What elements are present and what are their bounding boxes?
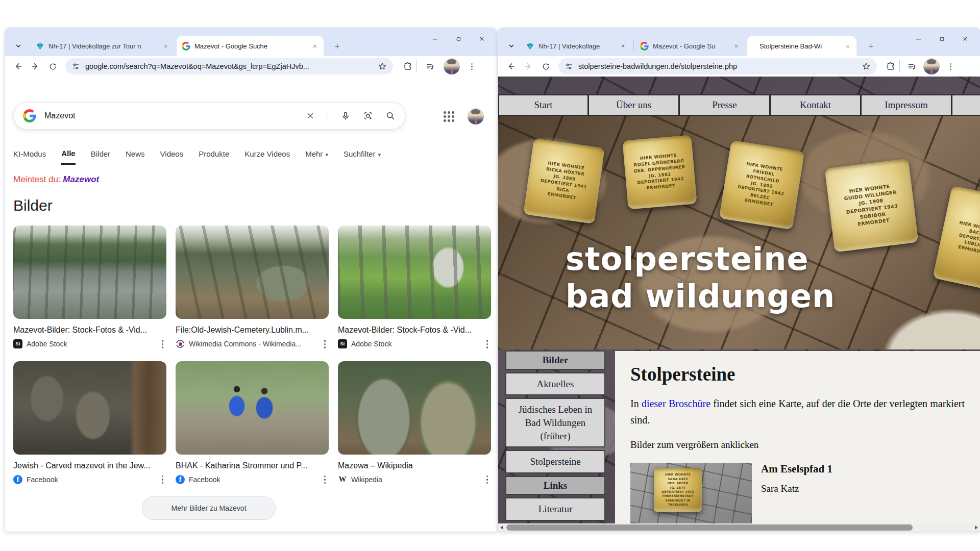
result-title[interactable]: Mazewa – Wikipedia	[338, 461, 487, 470]
minimize-button[interactable]	[423, 31, 447, 46]
image-result[interactable]: BHAK - Katharina Strommer und P... fFace…	[176, 361, 329, 485]
tab-suchfilter[interactable]: Suchfilter	[344, 149, 381, 164]
address-bar[interactable]: google.com/search?q=Mazevot&oq=Mazevot&g…	[65, 58, 393, 74]
result-menu-icon[interactable]	[483, 339, 492, 349]
google-apps-icon[interactable]	[444, 111, 454, 122]
bookmark-star-icon[interactable]	[378, 62, 387, 71]
more-images-button[interactable]: Mehr Bilder zu Mazevot	[142, 496, 276, 520]
result-source[interactable]: Facebook	[189, 475, 220, 484]
stolperstein-photo[interactable]: HIER WOHNTE SARA KATZ GEB. MEIER JG. 187…	[630, 463, 752, 523]
sidebar-item-links[interactable]: Links	[505, 476, 605, 495]
result-menu-icon[interactable]	[321, 474, 329, 485]
new-tab-button[interactable]	[864, 39, 878, 53]
minimize-button[interactable]	[906, 31, 930, 46]
image-result[interactable]: Jewish - Carved mazevot in the Jew... fF…	[13, 361, 166, 485]
google-profile-avatar[interactable]	[468, 108, 484, 124]
result-source[interactable]: Wikimedia Commons - Wikimedia...	[189, 340, 302, 348]
maximize-button[interactable]	[447, 31, 470, 46]
tab-search-button[interactable]	[504, 39, 519, 53]
media-controls-button[interactable]	[903, 58, 920, 75]
browser-menu-button[interactable]	[463, 58, 480, 75]
result-source[interactable]: Adobe Stock	[27, 340, 67, 348]
close-button[interactable]	[953, 31, 977, 46]
scroll-left-icon[interactable]	[500, 525, 503, 530]
browser-menu-button[interactable]	[942, 58, 959, 75]
nav-impressum[interactable]: Impressum	[861, 94, 951, 116]
tab-nh17[interactable]: Nh-17 | Videokollage	[521, 36, 632, 56]
tab-ki-modus[interactable]: KI-Modus	[13, 149, 46, 164]
sidebar-item-literatur[interactable]: Literatur	[505, 497, 605, 521]
tab-close-icon[interactable]	[161, 42, 169, 50]
address-bar[interactable]: stolpersteine-badwildungen.de/stolperste…	[558, 58, 877, 74]
result-thumbnail[interactable]	[338, 226, 491, 319]
result-menu-icon[interactable]	[159, 474, 167, 485]
nav-start[interactable]: Start	[498, 94, 588, 116]
tab-bilder[interactable]: Bilder	[91, 149, 110, 164]
tab-kurze-videos[interactable]: Kurze Videos	[244, 149, 290, 164]
site-settings-icon[interactable]	[71, 62, 80, 71]
image-result[interactable]: File:Old-Jewish-Cemetery.Lublin.m... Wik…	[176, 226, 329, 349]
back-button[interactable]	[9, 58, 27, 75]
nav-presse[interactable]: Presse	[679, 94, 770, 116]
sidebar-item-aktuelles[interactable]: Aktuelles	[505, 372, 605, 396]
tab-close-icon[interactable]	[732, 42, 740, 50]
forward-button[interactable]	[27, 58, 44, 75]
new-tab-button[interactable]	[330, 39, 344, 53]
google-lens-icon[interactable]	[363, 111, 373, 121]
back-button[interactable]	[502, 58, 520, 75]
tab-stolpersteine-active[interactable]: Stolpersteine Bad-Wi	[747, 36, 856, 56]
search-icon[interactable]	[385, 111, 396, 121]
media-controls-button[interactable]	[421, 58, 438, 75]
forward-button[interactable]	[520, 58, 537, 75]
tab-close-icon[interactable]	[619, 42, 627, 50]
result-thumbnail[interactable]	[338, 361, 491, 455]
reload-button[interactable]	[44, 58, 61, 75]
result-title[interactable]: BHAK - Katharina Strommer und P...	[176, 461, 325, 470]
result-menu-icon[interactable]	[159, 339, 167, 349]
image-result[interactable]: Mazevot-Bilder: Stock-Fotos & -Vid... St…	[338, 226, 491, 349]
clear-search-icon[interactable]	[305, 111, 315, 121]
horizontal-scrollbar[interactable]	[498, 523, 980, 532]
reload-button[interactable]	[537, 58, 554, 75]
result-source[interactable]: Facebook	[27, 475, 58, 484]
nav-datenschutz-clipped[interactable]: D	[951, 94, 980, 116]
result-title[interactable]: Jewish - Carved mazevot in the Jew...	[13, 461, 162, 470]
extensions-button[interactable]	[882, 58, 899, 75]
broschuere-link[interactable]: dieser Broschüre	[642, 398, 710, 409]
search-box[interactable]: Mazevot	[13, 102, 405, 130]
result-source[interactable]: Wikipedia	[351, 475, 382, 484]
result-menu-icon[interactable]	[483, 474, 492, 485]
scroll-right-icon[interactable]	[975, 525, 978, 530]
extensions-button[interactable]	[399, 58, 416, 75]
site-settings-icon[interactable]	[565, 62, 573, 71]
sidebar-item-bilder[interactable]: Bilder	[505, 350, 605, 370]
result-source[interactable]: Adobe Stock	[351, 340, 391, 348]
sidebar-item-stolpersteine[interactable]: Stolpersteine	[505, 450, 605, 473]
result-title[interactable]: Mazevot-Bilder: Stock-Fotos & -Vid...	[13, 325, 162, 335]
tab-mehr[interactable]: Mehr	[305, 149, 328, 164]
result-menu-icon[interactable]	[321, 339, 329, 349]
tab-close-icon[interactable]	[310, 42, 318, 50]
result-thumbnail[interactable]	[13, 361, 166, 455]
did-you-mean-suggestion[interactable]: Mazewot	[63, 174, 99, 184]
result-thumbnail[interactable]	[13, 226, 166, 319]
tab-produkte[interactable]: Produkte	[199, 149, 229, 164]
image-result[interactable]: Mazevot-Bilder: Stock-Fotos & -Vid... St…	[13, 226, 166, 349]
profile-avatar[interactable]	[444, 58, 460, 74]
nav-ueber-uns[interactable]: Über uns	[588, 94, 679, 116]
tab-close-icon[interactable]	[843, 42, 851, 50]
tab-news[interactable]: News	[126, 149, 145, 164]
tab-videos[interactable]: Videos	[160, 149, 184, 164]
result-thumbnail[interactable]	[176, 226, 329, 319]
result-thumbnail[interactable]	[176, 361, 329, 455]
voice-search-icon[interactable]	[340, 111, 351, 121]
nav-kontakt[interactable]: Kontakt	[770, 94, 861, 116]
profile-avatar[interactable]	[923, 58, 940, 74]
tab-mazevot[interactable]: Mazevot - Google Su	[635, 36, 745, 56]
close-button[interactable]	[470, 31, 494, 46]
tab-search-button[interactable]	[11, 39, 26, 53]
search-query[interactable]: Mazevot	[44, 111, 75, 120]
scrollbar-thumb[interactable]	[506, 524, 913, 531]
tab-mazevot-active[interactable]: Mazevot - Google Suche	[177, 36, 324, 56]
result-title[interactable]: Mazevot-Bilder: Stock-Fotos & -Vid...	[338, 325, 487, 335]
